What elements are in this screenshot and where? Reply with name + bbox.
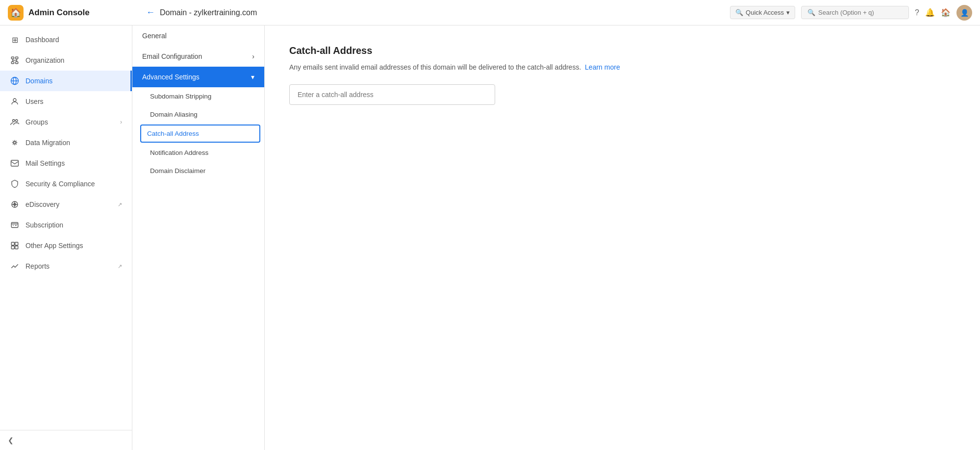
collapse-sidebar-button[interactable]: ❮ <box>8 436 14 444</box>
search-icon-small: 🔍 <box>807 9 815 16</box>
sidebar-item-mail-settings[interactable]: Mail Settings <box>0 153 132 174</box>
svg-point-12 <box>16 120 18 122</box>
sidebar-footer: ❮ <box>0 430 132 450</box>
svg-rect-2 <box>11 62 14 64</box>
svg-rect-21 <box>15 246 18 249</box>
second-sidebar-email-config[interactable]: Email Configuration › <box>132 46 264 67</box>
main-content: Catch-all Address Any emails sent invali… <box>265 25 980 450</box>
second-sidebar: General Email Configuration › Advanced S… <box>132 25 265 450</box>
second-sidebar-general[interactable]: General <box>132 25 264 46</box>
svg-point-10 <box>13 99 16 101</box>
dashboard-icon: ⊞ <box>10 35 20 45</box>
svg-rect-18 <box>11 242 14 245</box>
sidebar-item-dashboard[interactable]: ⊞ Dashboard <box>0 29 132 50</box>
top-header: 🏠 Admin Console ← Domain - zylkertrainin… <box>0 0 980 25</box>
sidebar-item-ediscovery[interactable]: eDiscovery ↗ <box>0 194 132 215</box>
external-link-icon-2: ↗ <box>118 263 122 270</box>
svg-rect-3 <box>16 62 18 64</box>
chevron-down-icon: ▾ <box>786 9 790 16</box>
shield-icon <box>10 179 20 189</box>
svg-rect-20 <box>11 246 14 249</box>
sidebar-item-groups[interactable]: Groups › <box>0 112 132 132</box>
second-sidebar-domain-aliasing[interactable]: Domain Aliasing <box>132 105 264 124</box>
search-input[interactable] <box>818 9 903 16</box>
main-layout: ⊞ Dashboard Organization <box>0 25 980 450</box>
svg-point-11 <box>13 120 15 122</box>
second-sidebar-advanced-settings[interactable]: Advanced Settings ▾ <box>132 67 264 87</box>
content-description: Any emails sent invalid email addresses … <box>289 62 955 73</box>
ediscovery-icon <box>10 200 20 209</box>
left-sidebar: ⊞ Dashboard Organization <box>0 25 132 450</box>
app-logo-icon: 🏠 <box>8 5 24 21</box>
domains-icon <box>10 76 20 86</box>
groups-chevron-icon: › <box>120 119 122 125</box>
sidebar-item-users[interactable]: Users <box>0 91 132 112</box>
search-icon: 🔍 <box>735 9 743 16</box>
sidebar-item-organization[interactable]: Organization <box>0 50 132 71</box>
external-link-icon: ↗ <box>118 201 122 208</box>
header-center: ← Domain - zylkertraining.com <box>146 7 724 18</box>
content-title: Catch-all Address <box>289 45 955 56</box>
notifications-button[interactable]: 🔔 <box>925 8 935 17</box>
data-migration-icon <box>10 138 20 148</box>
svg-point-13 <box>14 142 16 144</box>
page-title: Domain - zylkertraining.com <box>160 8 257 17</box>
sidebar-item-security-compliance[interactable]: Security & Compliance <box>0 174 132 194</box>
sidebar-item-subscription[interactable]: Subscription <box>0 215 132 235</box>
second-sidebar-catch-all-address[interactable]: Catch-all Address <box>140 125 260 143</box>
second-sidebar-notification-address[interactable]: Notification Address <box>132 144 264 162</box>
back-button[interactable]: ← <box>146 7 155 18</box>
svg-rect-1 <box>16 57 18 59</box>
search-box: 🔍 <box>801 6 909 19</box>
svg-rect-0 <box>11 57 14 59</box>
sidebar-item-domains[interactable]: Domains <box>0 71 132 91</box>
header-left: 🏠 Admin Console <box>8 5 140 21</box>
subscription-icon <box>10 220 20 230</box>
svg-rect-19 <box>15 242 18 245</box>
email-config-chevron-icon: › <box>252 52 254 60</box>
home-button[interactable]: 🏠 <box>941 8 951 17</box>
sidebar-item-other-app-settings[interactable]: Other App Settings <box>0 235 132 256</box>
mail-icon <box>10 158 20 168</box>
sidebar-item-reports[interactable]: Reports ↗ <box>0 256 132 276</box>
collapse-icon: ❮ <box>8 436 14 444</box>
header-right: 🔍 Quick Access ▾ 🔍 ? 🔔 🏠 👤 <box>730 5 972 21</box>
users-icon <box>10 97 20 106</box>
app-title: Admin Console <box>28 8 90 18</box>
learn-more-link[interactable]: Learn more <box>585 63 620 71</box>
catch-all-input[interactable] <box>289 84 495 105</box>
reports-icon <box>10 261 20 271</box>
user-avatar[interactable]: 👤 <box>956 5 972 21</box>
quick-access-button[interactable]: 🔍 Quick Access ▾ <box>730 6 795 19</box>
svg-rect-17 <box>11 223 18 228</box>
other-settings-icon <box>10 241 20 250</box>
sidebar-item-data-migration[interactable]: Data Migration <box>0 132 132 153</box>
groups-icon <box>10 117 20 127</box>
help-button[interactable]: ? <box>915 8 919 17</box>
sidebar-nav: ⊞ Dashboard Organization <box>0 25 132 430</box>
advanced-settings-chevron-icon: ▾ <box>251 73 254 81</box>
second-sidebar-subdomain-stripping[interactable]: Subdomain Stripping <box>132 87 264 105</box>
organization-icon <box>10 55 20 65</box>
svg-rect-14 <box>11 160 19 166</box>
second-sidebar-domain-disclaimer[interactable]: Domain Disclaimer <box>132 162 264 180</box>
